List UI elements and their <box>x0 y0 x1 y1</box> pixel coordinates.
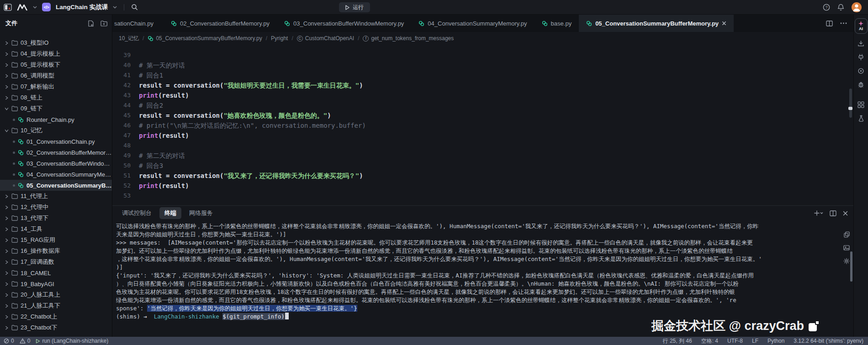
editor-tab[interactable]: 02_ConversationBufferMemory.py <box>164 15 277 32</box>
tree-row[interactable]: 12_代理中 <box>0 202 112 213</box>
chevron-icon[interactable] <box>5 96 9 100</box>
breadcrumb-item[interactable]: CCustomChatOpenAI <box>297 35 354 42</box>
tree-row[interactable]: 20_人脉工具上 <box>0 289 112 300</box>
chevron-icon[interactable] <box>5 238 9 242</box>
chevron-icon[interactable] <box>5 282 9 286</box>
editor-tab[interactable]: 05_ConversationSummaryBufferMemory.py <box>579 15 734 32</box>
tree-row[interactable]: 16_操作数据库 <box>0 246 112 256</box>
tree-row[interactable]: 21_人脉工具下 <box>0 300 112 311</box>
editor-tab[interactable]: 03_ConversationBufferWindowMemory.py <box>277 15 411 32</box>
code-editor[interactable]: 3940# 第一天的对话41# 回合142result = conversati… <box>112 45 853 205</box>
app-logo-icon[interactable] <box>17 4 28 10</box>
tree-row[interactable]: 01_ConversationChain.py <box>0 136 112 147</box>
chevron-icon[interactable] <box>5 304 9 308</box>
status-item[interactable]: LF <box>752 338 758 344</box>
tree-row[interactable]: 23_Chatbot下 <box>0 322 112 333</box>
tree-row[interactable]: 03_模型IO <box>0 37 112 48</box>
panel-tab-调试控制台[interactable]: 调试控制台 <box>117 207 157 219</box>
tree-row[interactable]: 22_Chatbot上 <box>0 311 112 322</box>
tree-row[interactable]: 18_CAMEL <box>0 267 112 278</box>
tree-row[interactable]: 13_代理下 <box>0 213 112 224</box>
notifications-bell-icon[interactable] <box>837 4 844 11</box>
tab-close-icon[interactable] <box>722 21 726 26</box>
editor-tab[interactable]: sationChain.py <box>112 15 164 32</box>
tree-row[interactable]: 09_链下 <box>0 103 112 114</box>
user-avatar[interactable] <box>852 2 862 12</box>
tree-row[interactable]: 17_回调函数 <box>0 256 112 267</box>
split-editor-icon[interactable] <box>826 21 833 26</box>
run-button[interactable]: 运行 <box>339 2 370 12</box>
close-panel-icon[interactable] <box>843 211 848 216</box>
breadcrumb-item[interactable]: Pyright <box>271 35 288 42</box>
chevron-icon[interactable] <box>5 271 9 275</box>
panel-tab-终端[interactable]: 终端 <box>159 207 181 219</box>
tree-row[interactable]: 08_链上 <box>0 92 112 103</box>
chevron-icon[interactable] <box>5 315 9 319</box>
chevron-icon[interactable] <box>5 194 9 199</box>
download-icon[interactable] <box>857 40 864 47</box>
chevron-down-icon[interactable] <box>33 6 37 9</box>
editor-tab[interactable]: base.py <box>535 15 579 32</box>
run-config-status[interactable]: run (LangChain-shizhanke) <box>36 338 108 344</box>
chevron-icon[interactable] <box>5 249 9 253</box>
chevron-icon[interactable] <box>5 41 9 45</box>
status-item[interactable]: UTF-8 <box>727 338 743 344</box>
tree-row[interactable]: 02_ConversationBufferMemory.py <box>0 147 112 158</box>
chevron-icon[interactable] <box>5 326 9 330</box>
tree-row[interactable]: 05_提示模板下 <box>0 59 112 70</box>
tree-row[interactable]: 04_ConversationSummaryMemory.py <box>0 169 112 180</box>
chevron-icon[interactable] <box>5 52 9 56</box>
terminal-output[interactable]: 可以选择浅粉色带有珠光的那种，系上一个淡紫色的丝带蝴蝶结，这样整个花束就会非常精… <box>112 220 853 337</box>
editor-tab[interactable]: 04_ConversationSummaryMemory.py <box>411 15 534 32</box>
terminal-scrollbar[interactable] <box>850 251 852 282</box>
new-file-icon[interactable] <box>88 20 94 27</box>
ai-assistant-button[interactable]: AI <box>855 18 868 34</box>
help-icon[interactable]: ? <box>823 4 830 11</box>
status-item[interactable]: 空格: 4 <box>701 337 718 345</box>
tree-row[interactable]: 07_解析输出 <box>0 81 112 92</box>
error-count[interactable]: 0 <box>4 338 14 344</box>
status-item[interactable]: 行 25, 列 46 <box>663 337 692 345</box>
chevron-icon[interactable] <box>5 85 9 89</box>
tree-row[interactable]: 06_调用模型 <box>0 70 112 81</box>
new-terminal-icon[interactable] <box>814 210 823 216</box>
workspace-name[interactable]: LangChain 实战课 <box>56 3 108 11</box>
chevron-icon[interactable] <box>5 205 9 209</box>
chevron-icon[interactable] <box>5 107 9 111</box>
chevron-icon[interactable] <box>5 63 9 67</box>
chevron-icon[interactable] <box>5 260 9 264</box>
chevron-icon[interactable] <box>5 293 9 297</box>
flask-icon[interactable] <box>858 115 864 122</box>
target-icon[interactable] <box>857 68 864 74</box>
apps-grid-icon[interactable] <box>857 101 864 108</box>
tree-row[interactable]: 10_记忆 <box>0 125 112 136</box>
tree-row[interactable]: 03_ConversationBufferWindowMemory.py <box>0 158 112 169</box>
status-item[interactable]: 3.12.2 64-bit ('shims': pyenv) <box>794 338 863 344</box>
tree-row[interactable]: 05_ConversationSummaryBufferMemory.py <box>0 180 112 191</box>
toggle-sidebar-icon[interactable] <box>4 4 12 11</box>
status-item[interactable]: Python <box>767 338 784 344</box>
settings-gear-icon[interactable] <box>843 258 850 264</box>
plugin-icon[interactable] <box>857 54 864 61</box>
chevron-icon[interactable] <box>5 129 9 133</box>
panel-tab-网络服务[interactable]: 网络服务 <box>184 207 218 219</box>
tree-row[interactable]: 19_BabyAGI <box>0 278 112 289</box>
tree-row[interactable]: 15_RAG应用 <box>0 235 112 246</box>
bug-icon[interactable] <box>857 81 864 88</box>
warning-count[interactable]: 0 <box>20 338 31 344</box>
chevron-down-icon[interactable] <box>113 6 117 9</box>
tree-row[interactable]: 11_代理上 <box>0 191 112 202</box>
editor-scrollbar[interactable] <box>849 89 852 118</box>
tree-row[interactable]: Rounter_Chain.py <box>0 114 112 125</box>
split-panel-icon[interactable] <box>830 210 836 216</box>
breadcrumb-item[interactable]: 10_记忆 <box>119 35 139 42</box>
chevron-icon[interactable] <box>5 227 9 231</box>
breadcrumb-item[interactable]: fget_num_tokens_from_messages <box>363 35 454 42</box>
copy-icon[interactable] <box>844 231 850 238</box>
chevron-icon[interactable] <box>5 216 9 220</box>
search-icon[interactable] <box>131 4 138 10</box>
project-badge[interactable]: </> <box>42 3 51 11</box>
more-actions-icon[interactable] <box>840 22 847 24</box>
tree-row[interactable]: 04_提示模板上 <box>0 48 112 59</box>
new-folder-icon[interactable] <box>101 21 107 26</box>
